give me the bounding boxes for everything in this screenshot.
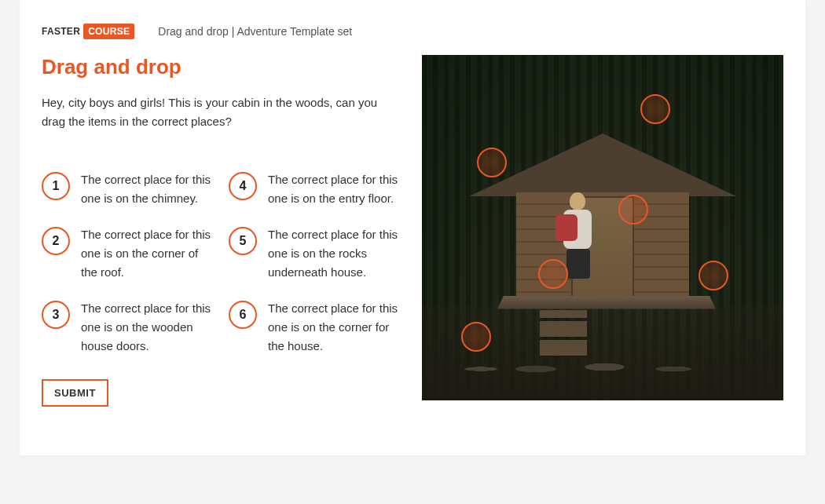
- item-text: The correct place for this one is on the…: [268, 225, 398, 282]
- draggable-item-6[interactable]: 6 The correct place for this one is on t…: [229, 299, 398, 356]
- intro-text: Hey, city boys and girls! This is your c…: [42, 93, 387, 131]
- item-badge: 6: [229, 301, 257, 329]
- cabin-steps: [540, 310, 587, 357]
- cabin-deck: [497, 296, 716, 309]
- draggable-item-1[interactable]: 1 The correct place for this one is on t…: [42, 170, 211, 208]
- cabin-roof: [469, 133, 736, 196]
- item-badge: 2: [42, 227, 70, 255]
- item-text: The correct place for this one is on the…: [81, 299, 211, 356]
- item-text: The correct place for this one is on the…: [268, 299, 398, 356]
- logo-part2: COURSE: [83, 24, 134, 39]
- item-text: The correct place for this one is on the…: [268, 170, 398, 208]
- item-badge: 5: [229, 227, 257, 255]
- rocks: [453, 338, 728, 377]
- hotspot-house-corner[interactable]: [698, 261, 728, 290]
- draggable-item-2[interactable]: 2 The correct place for this one is on t…: [42, 225, 211, 282]
- header: FASTER COURSE Drag and drop | Adventure …: [42, 24, 783, 39]
- draggable-item-4[interactable]: 4 The correct place for this one is on t…: [229, 170, 398, 208]
- hotspot-door[interactable]: [618, 195, 648, 225]
- item-badge: 1: [42, 172, 70, 200]
- page-title: Drag and drop: [42, 55, 398, 79]
- drop-target-image[interactable]: [422, 55, 783, 400]
- logo: FASTER COURSE: [42, 24, 134, 39]
- draggable-items-grid: 1 The correct place for this one is on t…: [42, 170, 398, 356]
- submit-button[interactable]: SUBMIT: [42, 379, 108, 407]
- hotspot-chimney[interactable]: [640, 94, 670, 124]
- logo-part1: FASTER: [42, 26, 80, 37]
- item-badge: 4: [229, 172, 257, 200]
- hotspot-roof-corner[interactable]: [477, 148, 507, 177]
- item-badge: 3: [42, 301, 70, 329]
- draggable-item-5[interactable]: 5 The correct place for this one is on t…: [229, 225, 398, 282]
- hotspot-entry-floor[interactable]: [538, 259, 568, 289]
- hotspot-rocks[interactable]: [461, 322, 491, 352]
- item-text: The correct place for this one is on the…: [81, 225, 211, 282]
- breadcrumb: Drag and drop | Adventure Template set: [158, 25, 352, 38]
- draggable-item-3[interactable]: 3 The correct place for this one is on t…: [42, 299, 211, 356]
- item-text: The correct place for this one is on the…: [81, 170, 211, 208]
